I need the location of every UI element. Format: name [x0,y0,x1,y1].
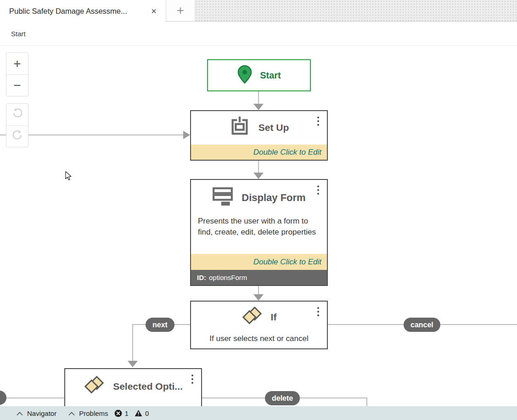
node-if-title: If [271,312,277,323]
problems-toggle[interactable]: Problems [68,409,108,417]
edit-hint-banner: Double Click to Edit [191,254,327,270]
breadcrumb-start[interactable]: Start [11,30,26,38]
mouse-cursor-icon [64,171,72,183]
kebab-menu-icon[interactable] [314,115,322,127]
edge-label-delete-text: delete [272,394,293,403]
navigator-label: Navigator [27,409,56,417]
undo-icon [11,107,23,122]
edge-bottom-left [0,398,64,398]
edge-if-next-v [132,324,133,361]
navigator-toggle[interactable]: Navigator [17,409,56,417]
history-controls [6,103,28,147]
edge-label-cancel[interactable]: cancel [404,318,440,332]
zoom-out-button[interactable]: − [6,74,28,96]
node-setup-title: Set Up [258,122,289,133]
edge-label-next-text: next [152,321,168,329]
edge-label-delete[interactable]: delete [265,391,300,405]
kebab-menu-icon[interactable] [188,373,197,385]
decision-diamonds-icon [242,307,263,328]
edge-label-next[interactable]: next [146,318,174,332]
redo-button[interactable] [6,125,28,147]
node-start[interactable]: Start [207,59,311,91]
problems-label: Problems [79,409,108,417]
tab-public-safety[interactable]: Public Safety Damage Assessme... × [0,0,166,22]
plus-icon: + [177,3,184,18]
error-icon [114,409,122,417]
edit-hint-text: Double Click to Edit [253,258,321,267]
zoom-in-icon: + [13,56,21,71]
undo-button[interactable] [6,104,28,125]
node-id-strip: ID: optionsForm [191,270,327,285]
breadcrumb: Start [0,22,517,46]
arrowhead-down-icon [128,361,138,367]
zoom-out-icon: − [13,78,21,93]
edge-start-setup [258,91,259,105]
tab-strip-background [195,0,517,22]
zoom-controls: + − [6,52,28,96]
tab-title: Public Safety Damage Assessme... [9,7,147,16]
edit-hint-text: Double Click to Edit [253,148,321,157]
status-bar: Navigator Problems 1 0 [0,406,517,420]
setup-icon [229,116,250,139]
kebab-menu-icon[interactable] [314,306,322,318]
node-start-title: Start [260,70,281,81]
arrowhead-down-icon [253,294,264,301]
warning-count: 0 [145,409,149,417]
decision-diamonds-icon [84,376,105,397]
node-selected-title: Selected Opti... [113,381,183,392]
chevron-up-icon [17,409,23,417]
arrowhead-down-icon [253,173,264,179]
chevron-up-icon [68,409,75,417]
redo-icon [11,129,23,144]
arrowhead-down-icon [253,104,264,110]
node-display-form[interactable]: Display Form Presents the user with a fo… [190,179,328,286]
id-value: optionsForm [209,274,247,281]
edge-label-cancel-text: cancel [410,321,433,329]
edit-hint-banner: Double Click to Edit [191,145,327,160]
form-icon [212,186,233,209]
app-window: Public Safety Damage Assessme... × + Sta… [0,0,517,420]
node-setup[interactable]: Set Up Double Click to Edit [190,110,328,161]
arrowhead-right-icon [183,131,190,139]
warning-icon [135,409,142,417]
node-if-description: If user selects next or cancel [191,333,327,344]
edge-display-if [258,286,259,295]
zoom-in-button[interactable]: + [6,53,28,74]
location-pin-icon [237,65,253,86]
node-if[interactable]: If If user selects next or cancel [190,301,328,349]
new-tab-button[interactable]: + [166,0,195,22]
close-icon[interactable]: × [147,5,160,17]
node-display-title: Display Form [242,192,305,204]
error-count: 1 [125,409,129,417]
id-label: ID: [197,274,206,281]
edge-bottom-drop [366,398,367,406]
node-display-description: Presents the user with a form to find, c… [191,213,327,238]
kebab-menu-icon[interactable] [314,184,322,196]
edge-setup-display [258,161,259,174]
